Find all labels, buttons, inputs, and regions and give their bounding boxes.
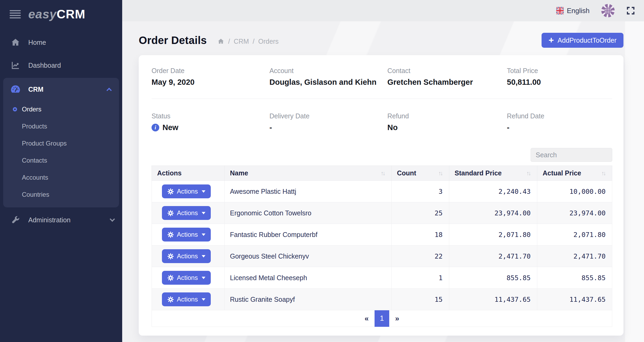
caret-down-icon <box>202 298 205 301</box>
sidebar-item-crm[interactable]: CRM <box>3 78 119 101</box>
sidebar-header: easyCRM <box>0 0 122 26</box>
caret-down-icon <box>202 234 205 236</box>
pagination-next[interactable]: » <box>389 314 405 323</box>
cell-name: Gorgeous Steel Chickenyv <box>225 246 392 267</box>
field-value: No <box>387 123 507 132</box>
caret-down-icon <box>202 277 205 279</box>
row-actions-button[interactable]: Actions <box>162 271 211 285</box>
search-input[interactable] <box>531 148 612 162</box>
cell-actions: Actions <box>152 224 225 246</box>
field-account: Account Douglas, Gislason and Kiehn <box>269 67 387 87</box>
sidebar-group-crm: CRM Orders Products Product Groups <box>3 78 119 207</box>
gear-icon <box>167 231 174 238</box>
field-label: Total Price <box>507 67 612 75</box>
cell-actions: Actions <box>152 202 225 224</box>
cell-standard-price: 2,071.80 <box>449 224 537 246</box>
language-selector[interactable]: English <box>556 7 590 15</box>
field-total-price: Total Price 50,811.00 <box>507 67 612 87</box>
pagination-prev[interactable]: « <box>359 314 375 323</box>
cell-count: 25 <box>392 202 449 224</box>
field-value: i New <box>152 123 269 132</box>
main-area: English Order Details / CRM / Orders <box>122 0 644 342</box>
sort-icon: ↑↓ <box>526 170 531 177</box>
table-row: Actions Ergonomic Cotton Towelsro 25 23,… <box>152 202 612 224</box>
add-button-label: AddProductToOrder <box>558 37 617 44</box>
column-header-actions: Actions <box>152 166 225 181</box>
gear-icon <box>167 210 174 216</box>
fullscreen-button[interactable] <box>626 6 635 15</box>
sidebar-item-administration[interactable]: Administration <box>0 208 122 231</box>
uk-flag-icon <box>556 7 564 14</box>
sidebar-item-countries[interactable]: Countries <box>3 186 119 203</box>
page-header: Order Details / CRM / Orders + AddProduc… <box>139 32 623 49</box>
sidebar-item-home[interactable]: Home <box>0 31 122 54</box>
breadcrumb-link-orders[interactable]: Orders <box>258 38 279 45</box>
sidebar-item-label: Contacts <box>22 157 47 164</box>
field-status: Status i New <box>152 112 269 132</box>
field-refund-date: Refund Date - <box>507 112 612 132</box>
home-icon <box>10 38 21 47</box>
pagination-page-1[interactable]: 1 <box>375 310 389 327</box>
sidebar-item-product-groups[interactable]: Product Groups <box>3 135 119 152</box>
table-header-row: Actions Name↑↓ Count↑↓ Standard Price↑↓ … <box>152 166 612 181</box>
sidebar-item-accounts[interactable]: Accounts <box>3 169 119 186</box>
column-header-standard-price[interactable]: Standard Price↑↓ <box>449 166 537 181</box>
field-label: Contact <box>387 67 507 75</box>
speedometer-icon <box>10 84 21 95</box>
caret-down-icon <box>202 190 205 193</box>
info-icon[interactable]: i <box>152 124 159 131</box>
row-actions-button[interactable]: Actions <box>162 206 211 220</box>
avatar[interactable] <box>601 4 615 17</box>
pagination: « 1 » <box>152 310 612 327</box>
column-header-actual-price[interactable]: Actual Price↑↓ <box>537 166 612 181</box>
logo-text-crm: CRM <box>57 7 85 21</box>
breadcrumb-link-crm[interactable]: CRM <box>234 38 249 45</box>
actions-button-label: Actions <box>177 231 198 238</box>
column-header-name[interactable]: Name↑↓ <box>225 166 392 181</box>
cell-standard-price: 2,471.70 <box>449 246 537 267</box>
sidebar-item-contacts[interactable]: Contacts <box>3 152 119 169</box>
table-row: Actions Awesome Plastic Hattj 3 2,240.43… <box>152 181 612 202</box>
field-refund: Refund No <box>387 112 507 132</box>
page-content: Order Details / CRM / Orders + AddProduc… <box>122 21 644 342</box>
sidebar-item-dashboard[interactable]: Dashboard <box>0 54 122 77</box>
language-label: English <box>567 7 590 15</box>
cell-name: Licensed Metal Cheeseph <box>225 267 392 289</box>
field-label: Refund Date <box>507 112 612 120</box>
sidebar-item-products[interactable]: Products <box>3 118 119 135</box>
chevron-down-icon <box>110 216 115 222</box>
cell-count: 22 <box>392 246 449 267</box>
row-actions-button[interactable]: Actions <box>162 292 211 306</box>
column-header-count[interactable]: Count↑↓ <box>392 166 449 181</box>
order-info-row-2: Status i New Delivery Date - Refund No <box>152 112 612 132</box>
sidebar-item-label: CRM <box>28 86 43 93</box>
actions-button-label: Actions <box>177 296 198 303</box>
field-contact: Contact Gretchen Schamberger <box>387 67 507 87</box>
sidebar-item-label: Orders <box>22 106 41 113</box>
field-label: Delivery Date <box>269 112 387 120</box>
app-root: easyCRM Home Dashboard <box>0 0 644 342</box>
page-title: Order Details <box>139 34 207 46</box>
cell-actual-price: 11,437.65 <box>537 289 612 310</box>
row-actions-button[interactable]: Actions <box>162 228 211 242</box>
sidebar-item-orders[interactable]: Orders <box>3 101 119 118</box>
caret-down-icon <box>202 212 205 214</box>
cell-actual-price: 2,071.80 <box>537 224 612 246</box>
cell-standard-price: 2,240.43 <box>449 181 537 202</box>
cell-actions: Actions <box>152 246 225 267</box>
row-actions-button[interactable]: Actions <box>162 184 211 198</box>
add-product-to-order-button[interactable]: + AddProductToOrder <box>542 33 623 48</box>
table-row: Actions Licensed Metal Cheeseph 1 855.85… <box>152 267 612 289</box>
sidebar-item-label: Dashboard <box>28 62 61 69</box>
app-logo[interactable]: easyCRM <box>28 8 85 20</box>
sidebar-item-label: Countries <box>22 191 49 198</box>
breadcrumb-home-icon[interactable] <box>217 38 224 45</box>
sidebar-item-label: Products <box>22 123 47 130</box>
cell-count: 15 <box>392 289 449 310</box>
sidebar-item-label: Home <box>28 39 46 46</box>
row-actions-button[interactable]: Actions <box>162 249 211 263</box>
menu-toggle-icon[interactable] <box>10 10 21 18</box>
sidebar: easyCRM Home Dashboard <box>0 0 122 342</box>
actions-button-label: Actions <box>177 274 198 281</box>
cell-actions: Actions <box>152 267 225 289</box>
